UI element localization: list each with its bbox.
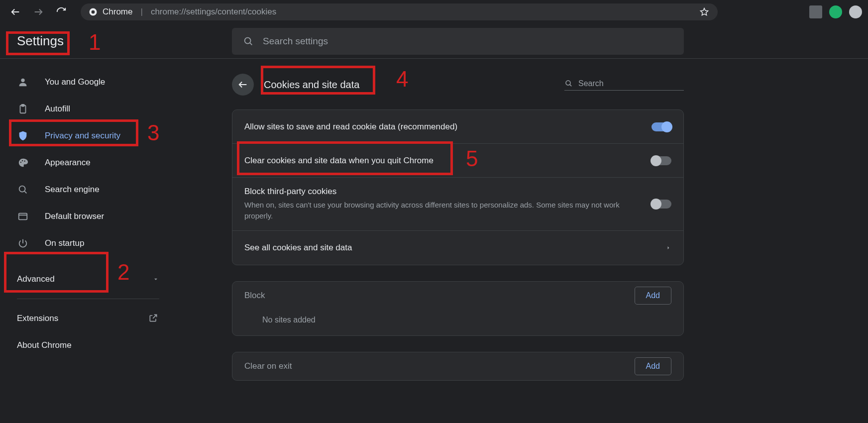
settings-sidebar: You and Google Autofill Privacy and secu… [0,59,189,423]
open-in-new-icon [148,313,159,324]
block-third-party-sub: When on, sites can't use your browsing a… [244,200,633,221]
clear-on-quit-label: Clear cookies and site data when you qui… [244,156,644,166]
power-icon [17,237,29,249]
settings-header: Settings [0,24,868,59]
person-icon [17,76,29,88]
sidebar-item-autofill[interactable]: Autofill [0,96,169,122]
svg-point-1 [92,10,95,14]
svg-point-3 [21,79,24,82]
sidebar-item-label: Privacy and security [45,131,120,141]
sidebar-item-on-startup[interactable]: On startup [0,230,169,257]
sidebar-item-label: You and Google [45,77,105,87]
row-see-all-cookies[interactable]: See all cookies and site data [232,231,683,265]
sidebar-item-label: Appearance [45,158,91,168]
allow-cookies-label: Allow sites to save and read cookie data… [244,122,644,132]
page-search-input[interactable] [578,79,684,88]
search-icon [564,79,573,88]
block-section-title: Block [244,291,265,301]
svg-point-6 [20,162,21,163]
settings-search-input[interactable] [263,36,673,47]
svg-point-11 [566,81,570,85]
clear-on-quit-toggle[interactable] [651,156,671,165]
clear-on-exit-title: Clear on exit [244,361,292,371]
sidebar-divider [17,299,159,299]
block-empty-text: No sites added [232,310,683,335]
block-third-party-label: Block third-party cookies [244,187,644,197]
chevron-down-icon [152,276,159,283]
about-chrome-label: About Chrome [17,340,72,350]
page-back-button[interactable] [232,74,254,96]
chrome-icon [89,7,98,16]
clear-on-exit-add-button[interactable]: Add [635,357,671,375]
bookmark-star-icon[interactable] [699,6,710,17]
row-allow-cookies: Allow sites to save and read cookie data… [232,110,683,144]
browser-address-bar: Chrome | chrome://settings/content/cooki… [0,0,868,24]
advanced-label: Advanced [17,274,55,284]
reload-icon[interactable] [56,6,67,17]
settings-main: Cookies and site data Allow sites to sav… [189,59,868,423]
sidebar-item-you-and-google[interactable]: You and Google [0,69,169,96]
cookie-settings-card: Allow sites to save and read cookie data… [232,109,684,265]
sidebar-extensions[interactable]: Extensions [0,305,159,332]
sidebar-item-label: Autofill [45,104,70,114]
svg-point-9 [19,186,25,192]
page-title: Cookies and site data [264,79,359,91]
clear-on-exit-section: Clear on exit Add [232,352,684,381]
url-path: chrome://settings/content/cookies [151,7,276,17]
sidebar-item-appearance[interactable]: Appearance [0,149,169,176]
extension-square-icon[interactable] [809,5,822,18]
clipboard-icon [17,103,29,115]
svg-point-8 [24,161,25,162]
url-input[interactable]: Chrome | chrome://settings/content/cooki… [81,3,718,20]
block-add-button[interactable]: Add [635,287,671,305]
sidebar-item-default-browser[interactable]: Default browser [0,203,169,230]
page-search[interactable] [564,79,684,91]
row-block-third-party: Block third-party cookies When on, sites… [232,178,683,231]
sidebar-item-privacy-security[interactable]: Privacy and security [0,122,169,149]
grammarly-icon[interactable] [829,5,842,18]
browser-window-icon [17,211,29,222]
search-icon [17,184,29,196]
extensions-label: Extensions [17,314,58,323]
sidebar-item-label: Search engine [45,185,100,195]
sidebar-item-label: On startup [45,238,84,248]
shield-icon [17,130,29,142]
svg-point-7 [22,160,23,161]
svg-rect-5 [21,105,24,106]
sidebar-item-label: Default browser [45,212,104,221]
forward-icon[interactable] [33,6,44,17]
block-section: Block Add No sites added [232,281,684,336]
sidebar-advanced-toggle[interactable]: Advanced [0,266,159,293]
row-clear-on-quit: Clear cookies and site data when you qui… [232,144,683,178]
svg-point-2 [245,37,251,43]
settings-search[interactable] [232,28,684,55]
palette-icon [17,157,29,169]
settings-title: Settings [0,33,64,49]
allow-cookies-toggle[interactable] [651,122,671,131]
profile-avatar-icon[interactable] [849,5,862,18]
block-third-party-toggle[interactable] [651,200,671,209]
sidebar-about-chrome[interactable]: About Chrome [0,332,159,359]
search-icon [243,36,254,47]
svg-rect-10 [19,213,27,220]
chevron-right-icon [665,245,671,251]
see-all-cookies-label: See all cookies and site data [244,243,657,253]
back-icon[interactable] [10,6,21,17]
url-origin: Chrome [103,7,132,17]
sidebar-item-search-engine[interactable]: Search engine [0,176,169,203]
